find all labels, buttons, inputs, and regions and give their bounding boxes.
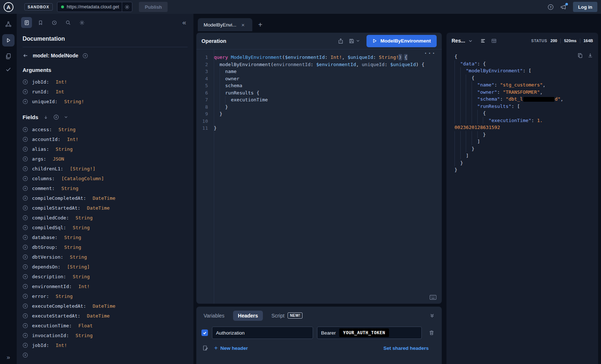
header-key-input[interactable]: Authorization [212,327,313,339]
add-to-query-icon[interactable] [23,166,28,171]
code-line[interactable]: 11} [196,125,442,132]
add-to-query-icon[interactable] [23,156,28,162]
argument-row[interactable]: uniqueId:String! [23,97,188,106]
set-shared-headers-button[interactable]: Set shared headers [383,345,429,351]
field-row[interactable]: environmentId:Int! [23,282,188,291]
code-line[interactable]: "name": "stg_customers", [454,81,593,89]
field-row[interactable]: columns:[CatalogColumn] [23,174,188,183]
code-line[interactable]: "executionTime": 1. [454,117,593,124]
history-icon[interactable] [49,17,60,28]
schema-nav-icon[interactable] [5,21,12,28]
add-to-query-icon[interactable] [23,313,28,319]
add-to-query-icon[interactable] [23,176,28,181]
code-line[interactable]: 5schema [196,82,442,89]
code-line[interactable]: ] [454,152,593,159]
code-line[interactable]: "schema": "dbt_ld", [454,96,593,103]
explorer-nav-icon[interactable] [2,34,15,46]
field-row[interactable]: executeStartedAt:DateTime [23,311,188,321]
header-value-input[interactable]: Bearer YOUR_AUTH_TOKEN [317,327,422,339]
code-line[interactable]: 3name [196,68,442,75]
add-to-query-icon[interactable] [23,215,28,221]
code-line[interactable]: } [454,166,593,174]
json-view-icon[interactable] [480,38,486,44]
back-arrow-icon[interactable] [23,53,28,58]
field-row[interactable]: childrenL1:[String!] [23,164,188,174]
field-row[interactable]: invocationId:String [23,331,188,340]
add-to-query-icon[interactable] [23,323,28,328]
code-line[interactable]: } [454,131,593,138]
add-to-query-icon[interactable] [23,79,28,85]
field-row[interactable]: error:String [23,291,188,301]
sort-fields-icon[interactable] [43,115,48,120]
share-operation-icon[interactable] [338,38,344,44]
add-to-query-icon[interactable] [23,303,28,309]
keyboard-shortcuts-icon[interactable] [429,295,437,300]
documentation-tab-icon[interactable] [21,17,32,28]
field-row[interactable] [23,350,188,360]
add-to-query-icon[interactable] [23,343,28,348]
add-to-query-icon[interactable] [23,127,28,132]
field-row[interactable]: compiledCode:String [23,213,188,223]
field-row[interactable]: args:JSON [23,154,188,164]
collapse-panel-icon[interactable]: « [182,19,189,27]
bookmarks-icon[interactable] [35,17,46,28]
more-options-icon[interactable]: ··· [424,50,436,57]
code-line[interactable]: "modelByEnvironment": [ [454,67,593,74]
field-row[interactable]: alias:String [23,144,188,154]
help-icon[interactable]: ? [548,4,554,10]
request-tab-headers[interactable]: Headers [233,311,263,321]
code-line[interactable]: "owner": "TRANSFORMER", [454,89,593,96]
add-to-query-icon[interactable] [23,284,28,289]
code-line[interactable]: 8} [196,104,442,111]
collapse-request-panel-icon[interactable] [430,313,434,318]
argument-row[interactable]: jobId:Int! [23,77,188,87]
apollo-logo[interactable]: A [4,2,13,12]
header-enabled-checkbox[interactable] [201,329,208,336]
add-to-query-icon[interactable] [23,235,28,240]
code-line[interactable]: 6runResults { [196,89,442,97]
add-to-query-icon[interactable] [23,146,28,152]
request-tab-script[interactable]: ScriptNEW! [272,310,302,321]
field-row[interactable]: compileCompletedAt:DateTime [23,193,188,203]
graph-endpoint-input[interactable]: https://metadata.cloud.get [57,2,133,12]
operation-tab[interactable]: ModelByEnvi... × [198,18,252,31]
add-to-query-icon[interactable] [23,244,28,250]
field-row[interactable]: jobId:Int! [23,340,188,350]
field-row[interactable]: accountId:Int! [23,134,188,144]
code-line[interactable]: 1query ModelByEnvironment($environmentId… [196,54,442,61]
field-row[interactable]: executeCompletedAt:DateTime [23,301,188,311]
close-tab-icon[interactable]: × [241,22,245,28]
code-line[interactable]: { [454,53,593,60]
add-to-query-icon[interactable] [23,137,28,142]
add-to-query-icon[interactable] [23,294,28,299]
add-to-query-icon[interactable] [23,99,28,104]
add-to-query-icon[interactable] [23,274,28,279]
field-row[interactable]: dbtGroup:String [23,242,188,252]
new-header-button[interactable]: + New header [214,344,248,352]
operations-nav-icon[interactable] [5,53,12,60]
add-to-query-icon[interactable] [23,89,28,94]
code-line[interactable]: { [454,74,593,82]
add-to-query-icon[interactable] [23,254,28,260]
field-row[interactable]: dependsOn:[String] [23,262,188,272]
fields-menu-chevron-icon[interactable] [64,115,68,119]
add-to-query-icon[interactable] [23,205,28,211]
announcements-icon[interactable] [560,4,566,10]
add-to-query-icon[interactable] [23,264,28,270]
argument-row[interactable]: runId:Int [23,87,188,97]
field-row[interactable]: access:String [23,125,188,134]
code-line[interactable]: ] [454,138,593,145]
add-to-query-icon[interactable] [23,352,28,358]
connection-settings-icon[interactable] [122,2,132,12]
search-icon[interactable] [63,17,73,28]
add-to-query-icon[interactable] [23,186,28,191]
explorer-settings-icon[interactable] [76,17,87,28]
code-line[interactable]: 0023620128631592 [454,124,593,131]
code-line[interactable]: 10 [196,118,442,125]
publish-button[interactable]: Publish [139,2,168,12]
code-line[interactable]: "runResults": [ [454,103,593,110]
code-line[interactable]: { [454,110,593,117]
code-line[interactable]: } [454,145,593,153]
environment-variables-icon[interactable] [203,345,208,351]
save-operation-icon[interactable] [349,38,354,44]
